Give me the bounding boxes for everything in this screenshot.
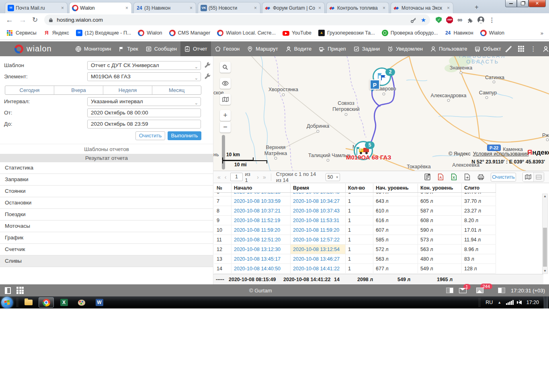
report-section-3[interactable]: Стоянки	[0, 186, 213, 197]
media-indicator[interactable]: 244	[476, 288, 492, 293]
bookmark-item-1[interactable]: Сервисы	[7, 30, 37, 37]
measure-ruler-icon[interactable]	[505, 45, 512, 53]
nav-item-routes[interactable]: Маршрут	[243, 41, 281, 56]
restore-button[interactable]	[517, 0, 529, 7]
pdf-export-icon[interactable]: A	[438, 174, 444, 180]
column-header-1[interactable]: №	[214, 184, 231, 193]
bookmark-item-11[interactable]: Wialon	[480, 30, 504, 36]
map-zoom-out-button[interactable]: −	[220, 122, 231, 133]
nav-item-messages[interactable]: Сообщен	[142, 41, 180, 56]
cell-start-time[interactable]: 2020-10-08 13:45:17	[231, 254, 291, 264]
chrome-taskbar-button[interactable]	[39, 297, 54, 308]
browser-tab-5[interactable]: ◆◆Форум Gurtam | Co×	[262, 2, 325, 13]
cell-end-time[interactable]: 2020-10-08 10:23:45	[291, 193, 346, 196]
report-section-7[interactable]: График	[0, 232, 213, 244]
nav-item-notifications[interactable]: Уведомлен	[383, 41, 426, 56]
table-scrollbar[interactable]: ▲ ▼	[542, 194, 548, 274]
execute-button[interactable]: Выполнить	[168, 131, 201, 140]
first-page-button[interactable]: «	[217, 174, 221, 180]
hidden-icons-arrow[interactable]: ▲	[498, 300, 501, 304]
map-view-toggle[interactable]	[523, 172, 533, 182]
report-section-1[interactable]: Статистика	[0, 162, 213, 174]
column-header-5[interactable]: Нач. уровень	[373, 184, 418, 193]
range-week[interactable]: Неделя	[103, 86, 152, 94]
browser-tab-6[interactable]: ◆◆Контроль топлива×	[326, 2, 389, 13]
tab-close-icon[interactable]: ×	[125, 5, 129, 11]
range-yesterday[interactable]: Вчера	[54, 86, 103, 94]
tab-close-icon[interactable]: ×	[318, 5, 322, 11]
tab-close-icon[interactable]: ×	[60, 5, 65, 11]
parking-marker[interactable]: P	[370, 80, 380, 90]
bookmark-star-icon[interactable]: ★	[421, 16, 426, 24]
to-input[interactable]: 2020 Октябрь 08 23:59	[87, 120, 201, 129]
scroll-down-icon[interactable]: ▼	[543, 270, 547, 273]
split-view-toggle[interactable]	[533, 172, 544, 182]
excel-export-icon[interactable]: X	[451, 174, 457, 180]
map-zoom-in-button[interactable]: +	[220, 110, 231, 121]
start-button[interactable]	[1, 297, 13, 308]
scrollbar-thumb[interactable]	[543, 228, 547, 267]
profile-avatar[interactable]	[477, 16, 484, 23]
tab-close-icon[interactable]: ×	[446, 5, 451, 11]
column-header-2[interactable]: Начало	[231, 184, 291, 193]
nav-item-users[interactable]: Пользовате	[426, 41, 471, 56]
map-layers-button[interactable]	[220, 94, 231, 105]
cell-end-time[interactable]: 2020-10-08 13:12:54	[291, 245, 346, 254]
tab-close-icon[interactable]: ×	[253, 5, 258, 11]
map-canvas[interactable]: ТАМБОВСКАЯ ОБЛАСТЬ скоеХворостянкаСовхоз…	[213, 56, 549, 171]
adguard-extension-icon[interactable]: ✓	[436, 17, 442, 23]
account-icon[interactable]	[542, 45, 549, 53]
cell-start-time[interactable]: 2020-10-08 10:22:13	[231, 193, 291, 196]
table-clear-button[interactable]: Очистить	[491, 173, 516, 182]
print-icon[interactable]	[477, 174, 484, 180]
nav-item-jobs[interactable]: Задани	[350, 41, 383, 56]
panel-scrollbar-thumb[interactable]	[222, 135, 225, 169]
next-page-button[interactable]: ›	[257, 174, 259, 180]
forward-icon[interactable]: →	[19, 16, 27, 24]
cell-start-time[interactable]: 2020-10-08 14:40:50	[231, 264, 291, 274]
report-section-9[interactable]: Сливы	[0, 255, 213, 267]
browser-tab-4[interactable]: VK(55) Новости×	[198, 2, 260, 13]
unit-settings-wrench-icon[interactable]	[204, 73, 211, 80]
nav-item-trailers[interactable]: Прицеп	[315, 41, 349, 56]
tab-close-icon[interactable]: ×	[382, 5, 386, 11]
reload-icon[interactable]: ↻	[32, 16, 38, 24]
cell-start-time[interactable]: 2020-10-08 11:59:20	[231, 225, 291, 235]
browser-tab-7[interactable]: ◆◆Моточасы на Экск×	[391, 2, 453, 13]
infinity-extension-icon[interactable]: ∞	[457, 16, 462, 24]
cell-start-time[interactable]: 2020-10-08 10:33:59	[231, 196, 291, 206]
address-bar[interactable]: hosting.wialon.com ★	[44, 14, 430, 25]
browser-tab-2[interactable]: Wialon×	[69, 2, 132, 13]
tab-close-icon[interactable]: ×	[189, 5, 193, 11]
bookmark-item-9[interactable]: Проверка оборудо...	[382, 30, 438, 36]
browser-tab-3[interactable]: 24(3) Навикон×	[133, 2, 196, 13]
key-icon[interactable]	[410, 17, 417, 23]
notes-icon[interactable]	[446, 288, 453, 293]
nav-item-monitoring[interactable]: Мониторин	[72, 41, 115, 56]
volume-icon[interactable]	[518, 300, 522, 304]
cell-end-time[interactable]: 2020-10-08 11:53:31	[291, 216, 346, 225]
bookmark-item-2[interactable]: ЯЯндекс	[43, 30, 69, 36]
apps-grid-footer-icon[interactable]	[16, 287, 24, 294]
column-header-3[interactable]: Время	[291, 184, 346, 193]
cell-end-time[interactable]: 2020-10-08 10:34:27	[291, 196, 346, 206]
terms-link[interactable]: Условия использования	[473, 151, 529, 157]
bookmark-item-4[interactable]: Wialon	[138, 30, 162, 36]
report-section-6[interactable]: Моточасы	[0, 220, 213, 232]
bookmark-item-5[interactable]: CMS Manager	[169, 30, 211, 36]
cell-end-time[interactable]: 2020-10-08 14:41:22	[291, 264, 346, 274]
clear-button[interactable]: Очистить	[135, 131, 165, 140]
extensions-puzzle-icon[interactable]	[467, 17, 473, 23]
file-export-icon[interactable]	[464, 174, 470, 180]
word-taskbar-button[interactable]: W	[92, 297, 107, 308]
prev-page-button[interactable]: ‹	[225, 174, 227, 180]
report-section-2[interactable]: Заправки	[0, 174, 213, 186]
cell-start-time[interactable]: 2020-10-08 11:52:19	[231, 216, 291, 225]
bookmark-item-8[interactable]: ▲Грузоперевозки Та...	[318, 30, 375, 36]
tab-report-result[interactable]: Результат отчета	[0, 154, 213, 162]
nav-item-tracks[interactable]: Трек	[115, 41, 141, 56]
close-button[interactable]: ✕	[529, 0, 546, 7]
nav-item-geofences[interactable]: Геозон	[211, 41, 244, 56]
cell-end-time[interactable]: 2020-10-08 10:37:43	[291, 206, 346, 216]
cell-end-time[interactable]: 2020-10-08 11:59:20	[291, 225, 346, 235]
